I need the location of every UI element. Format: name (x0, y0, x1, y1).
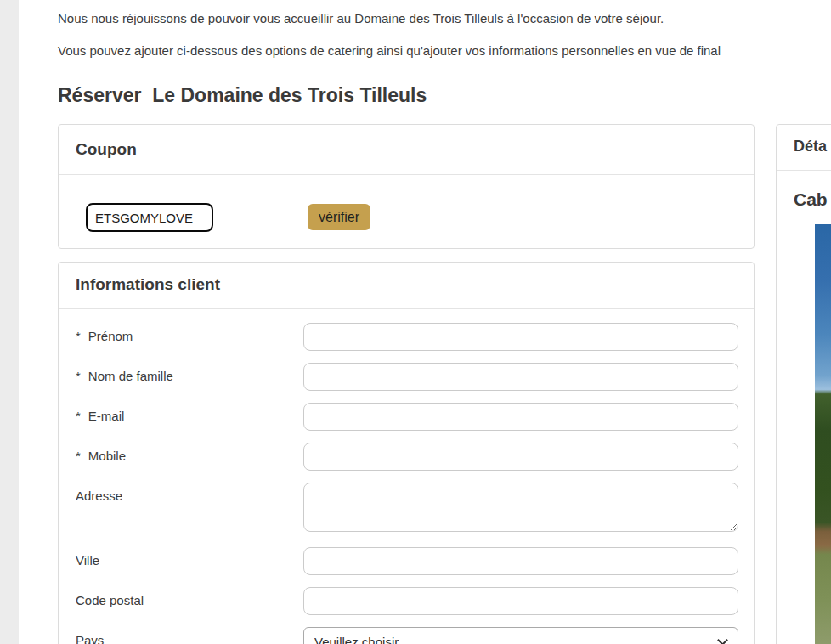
page-title: Réserver Le Domaine des Trois Tilleuls (58, 84, 427, 107)
prenom-input[interactable] (303, 323, 738, 351)
pays-select[interactable]: Veuillez choisir (303, 627, 738, 644)
form-row-code-postal: Code postal (76, 587, 737, 615)
pays-select-wrap: Veuillez choisir (303, 627, 738, 644)
details-panel-body: Cab (777, 171, 831, 644)
form-row-nom: *Nom de famille (76, 363, 737, 391)
client-info-title: Informations client (59, 263, 754, 309)
form-row-email: *E-mail (76, 403, 737, 431)
nom-label-text: Nom de famille (88, 369, 173, 383)
ville-input[interactable] (303, 547, 738, 575)
form-row-pays: Pays Veuillez choisir (76, 627, 737, 644)
code-postal-input[interactable] (303, 587, 738, 615)
verify-coupon-button[interactable]: vérifier (308, 204, 370, 230)
code-postal-label-text: Code postal (76, 593, 144, 607)
pays-label: Pays (76, 627, 303, 644)
required-marker: * (76, 369, 81, 383)
prenom-label-text: Prénom (88, 329, 133, 343)
form-row-adresse: Adresse (76, 483, 737, 535)
details-panel: Déta Cab (776, 124, 831, 644)
accommodation-photo (815, 224, 831, 644)
coupon-card-body: vérifier (59, 175, 754, 248)
coupon-card: Coupon vérifier (58, 124, 755, 249)
content-area: Nous nous réjouissons de pouvoir vous ac… (19, 0, 831, 644)
intro-line-2: Vous pouvez ajouter ci-dessous des optio… (58, 43, 721, 58)
required-marker: * (76, 449, 81, 463)
ville-label: Ville (76, 547, 303, 575)
code-postal-label: Code postal (76, 587, 303, 615)
accommodation-name: Cab (794, 189, 831, 210)
required-marker: * (76, 409, 81, 423)
adresse-label: Adresse (76, 483, 303, 535)
details-panel-title: Déta (777, 125, 831, 171)
email-label-text: E-mail (88, 409, 125, 423)
client-info-body: *Prénom *Nom de famille *E-mail (59, 309, 754, 644)
prenom-label: *Prénom (76, 323, 303, 351)
coupon-card-title: Coupon (59, 125, 754, 175)
pays-label-text: Pays (76, 633, 104, 644)
coupon-code-input[interactable] (86, 203, 213, 232)
required-marker: * (76, 329, 81, 343)
client-info-card: Informations client *Prénom *Nom de fami… (58, 262, 755, 644)
adresse-textarea[interactable] (303, 483, 738, 532)
nom-de-famille-input[interactable] (303, 363, 738, 391)
mobile-label: *Mobile (76, 443, 303, 471)
intro-line-1: Nous nous réjouissons de pouvoir vous ac… (58, 11, 664, 25)
ville-label-text: Ville (76, 553, 99, 568)
email-input[interactable] (303, 403, 738, 431)
form-row-prenom: *Prénom (76, 323, 737, 351)
form-row-ville: Ville (76, 547, 737, 575)
email-label: *E-mail (76, 403, 303, 431)
mobile-input[interactable] (303, 443, 738, 471)
form-row-mobile: *Mobile (76, 443, 737, 471)
booking-page: { "page": { "intro_line1": "Nous nous ré… (0, 0, 831, 644)
mobile-label-text: Mobile (88, 449, 126, 463)
nom-label: *Nom de famille (76, 363, 303, 391)
adresse-label-text: Adresse (76, 489, 122, 503)
